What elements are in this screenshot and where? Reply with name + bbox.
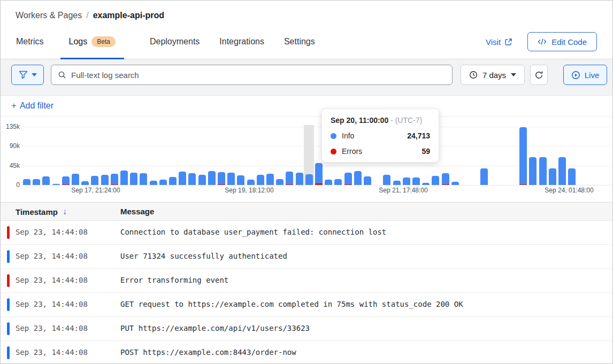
filter-menu-button[interactable] xyxy=(11,65,44,85)
chart-bar[interactable] xyxy=(101,175,109,185)
log-timestamp: Sep 23, 14:44:08 xyxy=(16,252,88,260)
log-row[interactable]: Sep 23, 14:44:08POST https://example.com… xyxy=(1,341,612,363)
chart-bar[interactable] xyxy=(169,177,177,185)
chart-bar[interactable] xyxy=(354,171,362,185)
chart-bar[interactable] xyxy=(432,176,439,185)
chart-bar[interactable] xyxy=(393,181,401,185)
breadcrumb: Workers & Pages / example-api-prod xyxy=(16,11,164,20)
code-icon xyxy=(538,38,547,45)
chart-bar[interactable] xyxy=(286,172,293,185)
chart-bar[interactable] xyxy=(111,174,118,185)
chart-bar[interactable] xyxy=(315,163,323,185)
chart-bar[interactable] xyxy=(344,173,352,185)
chart-bar[interactable] xyxy=(325,180,332,185)
filter-toolbar: 7 days Live xyxy=(1,59,612,96)
visit-link[interactable]: Visit xyxy=(486,37,512,47)
y-axis-tick: 90k xyxy=(1,142,20,150)
chart-bar[interactable] xyxy=(218,172,225,185)
x-axis-tick: Sep 17, 21:24:00 xyxy=(71,187,120,194)
tab-logs[interactable]: Logs Beta xyxy=(60,30,124,53)
chart-bar[interactable] xyxy=(451,182,459,185)
live-button[interactable]: Live xyxy=(563,65,607,85)
log-row[interactable]: Sep 23, 14:44:08GET request to https://e… xyxy=(1,293,612,317)
chart-bar[interactable] xyxy=(91,176,98,185)
search-input[interactable] xyxy=(71,71,446,80)
chart-bar[interactable] xyxy=(140,173,147,185)
chart-bar[interactable] xyxy=(558,157,566,185)
chart-bar[interactable] xyxy=(130,173,137,185)
add-filter-button[interactable]: + Add filter xyxy=(11,100,53,111)
x-axis-baseline xyxy=(22,185,612,185)
column-header-timestamp[interactable]: Timestamp ↓ xyxy=(16,207,67,216)
chart-bar[interactable] xyxy=(568,168,576,185)
chart-bar[interactable] xyxy=(364,176,371,185)
play-circle-icon xyxy=(571,71,580,80)
log-timestamp: Sep 23, 14:44:08 xyxy=(16,276,88,284)
chart-bar[interactable] xyxy=(198,175,206,185)
chart-bar[interactable] xyxy=(23,179,30,185)
log-row[interactable]: Sep 23, 14:44:08User 71324 successfully … xyxy=(1,245,612,269)
chart-bar[interactable] xyxy=(383,175,390,185)
chart-bar[interactable] xyxy=(403,177,410,185)
chart-bar[interactable] xyxy=(237,175,244,185)
log-row[interactable]: Sep 23, 14:44:08PUT https://example.com/… xyxy=(1,317,612,341)
chart-bar[interactable] xyxy=(442,173,449,185)
chart-bar[interactable] xyxy=(208,171,216,185)
tooltip-timezone: - (UTC-7) xyxy=(390,116,422,125)
time-range-dropdown[interactable]: 7 days xyxy=(461,65,525,85)
log-row[interactable]: Sep 23, 14:44:08Error transforming event xyxy=(1,269,612,293)
visit-label: Visit xyxy=(486,37,501,47)
log-row[interactable]: Sep 23, 14:44:08Connection to database u… xyxy=(1,221,612,245)
chart-bar[interactable] xyxy=(33,179,40,185)
error-level-indicator xyxy=(7,226,10,239)
tab-integrations[interactable]: Integrations xyxy=(219,37,264,47)
chart-bar[interactable] xyxy=(257,175,264,185)
chart-bar[interactable] xyxy=(296,173,303,185)
tab-bar: Metrics Logs Beta Deployments Integratio… xyxy=(1,30,315,53)
breadcrumb-separator: / xyxy=(86,11,88,20)
chart-bar[interactable] xyxy=(549,168,556,185)
chevron-down-icon xyxy=(32,73,37,76)
tab-deployments[interactable]: Deployments xyxy=(150,37,200,47)
refresh-button[interactable] xyxy=(530,65,548,85)
tab-metrics[interactable]: Metrics xyxy=(16,37,44,47)
edit-code-button[interactable]: Edit Code xyxy=(527,32,597,51)
log-timestamp: Sep 23, 14:44:08 xyxy=(16,300,88,308)
clock-icon xyxy=(469,71,478,79)
chart-bar[interactable] xyxy=(120,171,128,185)
chart-bar[interactable] xyxy=(52,184,60,185)
tab-settings[interactable]: Settings xyxy=(284,37,315,47)
chart-bar-errors-segment xyxy=(62,184,70,185)
header-actions: Visit Edit Code xyxy=(486,32,597,51)
chart-bar[interactable] xyxy=(412,177,420,185)
chart-bar[interactable] xyxy=(422,183,430,185)
chart-bar[interactable] xyxy=(188,173,196,185)
chart-bar[interactable] xyxy=(529,157,537,185)
chart-bar[interactable] xyxy=(72,174,79,185)
chart-bar[interactable] xyxy=(334,179,342,185)
chart-bar[interactable] xyxy=(539,157,547,185)
chart-bar[interactable] xyxy=(62,176,70,185)
chart-bar[interactable] xyxy=(519,127,527,185)
chart-bar[interactable] xyxy=(276,179,283,185)
chart-bar[interactable] xyxy=(42,176,50,185)
sort-desc-icon[interactable]: ↓ xyxy=(63,207,67,216)
chart-bar[interactable] xyxy=(480,168,488,185)
chart-bar[interactable] xyxy=(227,173,235,185)
tooltip-info-value: 24,713 xyxy=(407,131,430,140)
chart-bar[interactable] xyxy=(150,181,157,185)
tooltip-timestamp: Sep 20, 11:00:00 xyxy=(331,116,388,125)
live-label: Live xyxy=(585,71,600,80)
chart-bar[interactable] xyxy=(159,180,167,185)
chart-bar[interactable] xyxy=(266,174,274,185)
chart-bar[interactable] xyxy=(179,172,186,185)
log-message: Error transforming event xyxy=(120,276,228,284)
funnel-icon xyxy=(19,71,28,79)
beta-badge: Beta xyxy=(91,36,116,47)
chart-bar[interactable] xyxy=(305,174,313,185)
refresh-icon xyxy=(534,71,543,80)
breadcrumb-workers-pages[interactable]: Workers & Pages xyxy=(16,11,82,20)
tooltip-info-label: Info xyxy=(342,131,402,140)
chart-bar[interactable] xyxy=(247,180,255,185)
chart-bar[interactable] xyxy=(81,181,89,185)
